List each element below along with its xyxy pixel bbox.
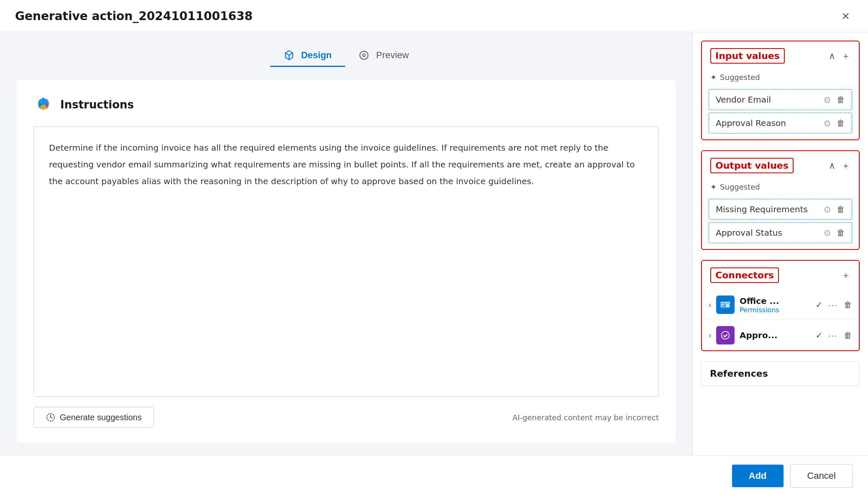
preview-tab-label: Preview — [376, 50, 409, 61]
sidebar: Input values ∧ ＋ ✦ Suggested Vendor Emai… — [692, 32, 868, 455]
generate-icon — [46, 412, 56, 422]
input-values-header: Input values ∧ ＋ — [702, 41, 859, 70]
output-sparkle-icon: ✦ — [710, 182, 717, 191]
approval-connector-status-icon: ✓ — [816, 330, 823, 340]
approval-status-label: Approval Status — [716, 228, 824, 238]
approval-reason-row: Approval Reason ⊙ 🗑 — [709, 113, 852, 134]
modal-footer: Add Cancel — [0, 455, 868, 496]
modal-body: Design Preview — [0, 32, 868, 455]
tab-preview[interactable]: Preview — [345, 45, 422, 67]
approval-status-delete-button[interactable]: 🗑 — [837, 228, 845, 238]
output-suggested-label: ✦ Suggested — [702, 180, 859, 196]
office-connector-sub: Permissions — [740, 306, 811, 314]
approval-status-row: Approval Status ⊙ 🗑 — [709, 222, 852, 243]
input-values-actions: ∧ ＋ — [829, 50, 850, 62]
vendor-email-label: Vendor Email — [716, 95, 824, 105]
design-tab-label: Design — [301, 50, 332, 61]
design-tab-icon — [284, 50, 297, 61]
generate-suggestions-button[interactable]: Generate suggestions — [33, 407, 154, 428]
input-values-title: Input values — [710, 48, 785, 64]
connectors-title: Connectors — [710, 267, 779, 283]
approval-connector-info: Appro... — [740, 330, 811, 340]
instructions-footer: Generate suggestions AI-generated conten… — [33, 407, 659, 428]
instructions-header: Instructions — [33, 95, 659, 115]
approval-connector-actions: ✓ ··· 🗑 — [816, 330, 852, 340]
vendor-email-delete-button[interactable]: 🗑 — [837, 95, 845, 105]
output-values-add-button[interactable]: ＋ — [841, 159, 850, 172]
svg-point-1 — [360, 51, 368, 59]
connectors-add-button[interactable]: ＋ — [841, 269, 850, 282]
approval-connector-row: › Appro... ✓ ··· 🗑 — [702, 320, 859, 350]
office-connector-delete-button[interactable]: 🗑 — [844, 300, 852, 310]
office-connector-status-icon: ✓ — [816, 300, 823, 310]
office-connector-info: Office ... Permissions — [740, 296, 811, 314]
approval-reason-check-icon: ⊙ — [824, 118, 831, 128]
modal-title: Generative action_20241011001638 — [15, 9, 253, 23]
approval-reason-delete-button[interactable]: 🗑 — [837, 118, 845, 128]
office-connector-more-button[interactable]: ··· — [828, 300, 838, 310]
cancel-button[interactable]: Cancel — [790, 464, 853, 488]
instructions-text: Determine if the incoming invoice has al… — [49, 139, 643, 190]
main-content: Design Preview — [0, 32, 692, 455]
missing-requirements-row: Missing Requirements ⊙ 🗑 — [709, 199, 852, 220]
missing-req-delete-button[interactable]: 🗑 — [837, 205, 845, 214]
connectors-header: Connectors ＋ — [702, 261, 859, 290]
connectors-section: Connectors ＋ › — [701, 260, 860, 351]
svg-point-2 — [363, 54, 366, 57]
input-values-add-button[interactable]: ＋ — [841, 50, 850, 62]
svg-point-10 — [722, 332, 730, 339]
instructions-box[interactable]: Determine if the incoming invoice has al… — [33, 126, 659, 397]
tab-design[interactable]: Design — [270, 45, 345, 67]
references-header: References — [702, 362, 859, 385]
references-section: References — [701, 361, 860, 386]
tabs-row: Design Preview — [17, 45, 676, 67]
missing-requirements-label: Missing Requirements — [716, 204, 824, 214]
ai-disclaimer: AI-generated content may be incorrect — [512, 413, 659, 422]
svg-point-6 — [40, 105, 47, 110]
references-title: References — [710, 368, 768, 379]
office-connector-icon — [716, 296, 735, 314]
preview-tab-icon — [358, 50, 372, 61]
missing-req-check-icon: ⊙ — [824, 204, 831, 214]
close-button[interactable]: × — [838, 8, 853, 24]
instructions-card: Instructions Determine if the incoming i… — [17, 80, 676, 443]
missing-requirements-actions: ⊙ 🗑 — [824, 204, 845, 214]
generate-label: Generate suggestions — [60, 413, 142, 422]
office-connector-row: › Office ... Permissions — [702, 290, 859, 320]
output-values-title: Output values — [710, 158, 794, 173]
svg-rect-9 — [726, 304, 729, 307]
approval-status-check-icon: ⊙ — [824, 228, 831, 238]
approval-connector-icon — [716, 326, 735, 344]
input-values-collapse-button[interactable]: ∧ — [829, 51, 835, 62]
office-connector-expand[interactable]: › — [709, 301, 711, 309]
input-values-section: Input values ∧ ＋ ✦ Suggested Vendor Emai… — [701, 41, 860, 140]
vendor-email-check-icon: ⊙ — [824, 95, 831, 105]
suggested-sparkle-icon: ✦ — [710, 73, 717, 82]
approval-status-actions: ⊙ 🗑 — [824, 228, 845, 238]
office-connector-actions: ✓ ··· 🗑 — [816, 300, 852, 310]
input-suggested-label: ✦ Suggested — [702, 70, 859, 87]
approval-connector-delete-button[interactable]: 🗑 — [844, 331, 852, 340]
modal-header: Generative action_20241011001638 × — [0, 0, 868, 32]
modal-container: Generative action_20241011001638 × Desig… — [0, 0, 868, 496]
approval-reason-actions: ⊙ 🗑 — [824, 118, 845, 128]
office-connector-name: Office ... — [740, 296, 811, 306]
approval-reason-label: Approval Reason — [716, 118, 824, 128]
add-button[interactable]: Add — [732, 465, 784, 487]
connectors-actions: ＋ — [841, 269, 850, 282]
copilot-icon — [33, 95, 54, 115]
vendor-email-row: Vendor Email ⊙ 🗑 — [709, 89, 852, 110]
output-values-actions: ∧ ＋ — [829, 159, 850, 172]
svg-point-5 — [39, 99, 48, 105]
output-values-collapse-button[interactable]: ∧ — [829, 160, 835, 171]
output-values-section: Output values ∧ ＋ ✦ Suggested Missing Re… — [701, 150, 860, 250]
output-values-header: Output values ∧ ＋ — [702, 151, 859, 180]
instructions-section-title: Instructions — [60, 98, 134, 111]
vendor-email-actions: ⊙ 🗑 — [824, 95, 845, 105]
approval-connector-name: Appro... — [740, 330, 811, 340]
approval-connector-expand[interactable]: › — [709, 331, 711, 340]
approval-connector-more-button[interactable]: ··· — [828, 331, 838, 340]
